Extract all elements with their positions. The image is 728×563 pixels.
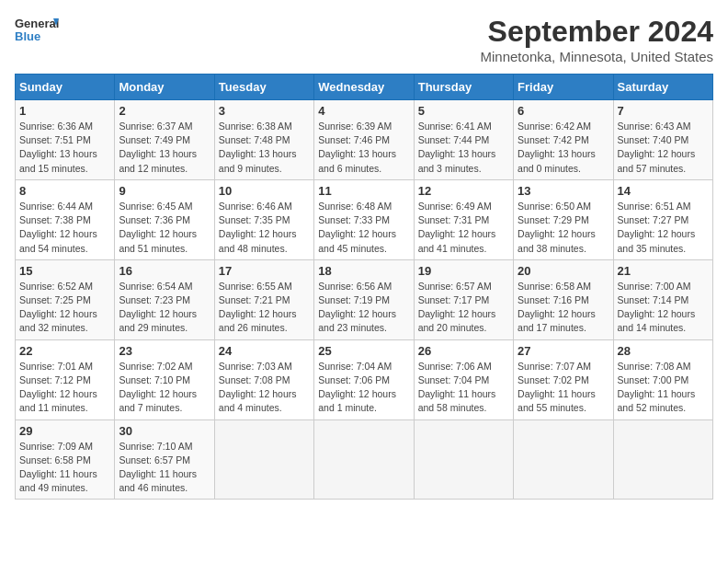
- day-cell: 25 Sunrise: 7:04 AMSunset: 7:06 PMDaylig…: [314, 339, 414, 419]
- day-detail: Sunrise: 7:10 AMSunset: 6:57 PMDaylight:…: [119, 440, 210, 496]
- day-number: 23: [119, 344, 210, 358]
- day-detail: Sunrise: 6:58 AMSunset: 7:16 PMDaylight:…: [518, 280, 609, 336]
- day-detail: Sunrise: 6:56 AMSunset: 7:19 PMDaylight:…: [318, 280, 409, 336]
- day-cell: 13 Sunrise: 6:50 AMSunset: 7:29 PMDaylig…: [514, 179, 613, 259]
- day-cell: 20 Sunrise: 6:58 AMSunset: 7:16 PMDaylig…: [514, 259, 613, 339]
- day-number: 28: [618, 344, 709, 358]
- day-detail: Sunrise: 6:45 AMSunset: 7:36 PMDaylight:…: [119, 200, 210, 256]
- day-number: 29: [19, 424, 110, 438]
- week-row-1: 1 Sunrise: 6:36 AMSunset: 7:51 PMDayligh…: [16, 100, 713, 180]
- day-cell: 16 Sunrise: 6:54 AMSunset: 7:23 PMDaylig…: [115, 259, 214, 339]
- day-cell: 27 Sunrise: 7:07 AMSunset: 7:02 PMDaylig…: [514, 339, 613, 419]
- day-cell: 22 Sunrise: 7:01 AMSunset: 7:12 PMDaylig…: [16, 339, 115, 419]
- month-title: September 2024: [481, 15, 713, 49]
- day-cell: 2 Sunrise: 6:37 AMSunset: 7:49 PMDayligh…: [115, 100, 214, 180]
- day-cell: 19 Sunrise: 6:57 AMSunset: 7:17 PMDaylig…: [414, 259, 513, 339]
- day-cell: 4 Sunrise: 6:39 AMSunset: 7:46 PMDayligh…: [314, 100, 414, 180]
- day-cell: 11 Sunrise: 6:48 AMSunset: 7:33 PMDaylig…: [314, 179, 414, 259]
- day-detail: Sunrise: 7:07 AMSunset: 7:02 PMDaylight:…: [518, 360, 609, 416]
- day-cell: 6 Sunrise: 6:42 AMSunset: 7:42 PMDayligh…: [514, 100, 613, 180]
- day-number: 2: [119, 104, 210, 118]
- day-cell: [314, 419, 414, 500]
- day-cell: 9 Sunrise: 6:45 AMSunset: 7:36 PMDayligh…: [115, 179, 214, 259]
- day-number: 3: [219, 104, 310, 118]
- day-cell: 26 Sunrise: 7:06 AMSunset: 7:04 PMDaylig…: [414, 339, 513, 419]
- day-cell: 23 Sunrise: 7:02 AMSunset: 7:10 PMDaylig…: [115, 339, 214, 419]
- day-cell: 8 Sunrise: 6:44 AMSunset: 7:38 PMDayligh…: [16, 179, 115, 259]
- header: General Blue September 2024 Minnetonka, …: [15, 15, 713, 64]
- day-detail: Sunrise: 6:52 AMSunset: 7:25 PMDaylight:…: [19, 280, 110, 336]
- day-detail: Sunrise: 6:55 AMSunset: 7:21 PMDaylight:…: [219, 280, 310, 336]
- weekday-header-wednesday: Wednesday: [314, 75, 414, 100]
- day-number: 6: [518, 104, 609, 118]
- day-number: 24: [219, 344, 310, 358]
- week-row-2: 8 Sunrise: 6:44 AMSunset: 7:38 PMDayligh…: [16, 179, 713, 259]
- day-number: 21: [618, 264, 709, 278]
- day-number: 22: [19, 344, 110, 358]
- calendar-table: SundayMondayTuesdayWednesdayThursdayFrid…: [15, 74, 713, 500]
- day-cell: 24 Sunrise: 7:03 AMSunset: 7:08 PMDaylig…: [214, 339, 313, 419]
- day-cell: 21 Sunrise: 7:00 AMSunset: 7:14 PMDaylig…: [613, 259, 712, 339]
- day-detail: Sunrise: 7:04 AMSunset: 7:06 PMDaylight:…: [318, 360, 409, 416]
- day-detail: Sunrise: 6:44 AMSunset: 7:38 PMDaylight:…: [19, 200, 110, 256]
- day-number: 5: [418, 104, 509, 118]
- day-detail: Sunrise: 7:02 AMSunset: 7:10 PMDaylight:…: [119, 360, 210, 416]
- day-cell: 15 Sunrise: 6:52 AMSunset: 7:25 PMDaylig…: [16, 259, 115, 339]
- day-number: 7: [618, 104, 709, 118]
- week-row-5: 29 Sunrise: 7:09 AMSunset: 6:58 PMDaylig…: [16, 419, 713, 500]
- day-detail: Sunrise: 6:50 AMSunset: 7:29 PMDaylight:…: [518, 200, 609, 256]
- day-detail: Sunrise: 6:37 AMSunset: 7:49 PMDaylight:…: [119, 120, 210, 176]
- day-number: 9: [119, 184, 210, 198]
- day-cell: 7 Sunrise: 6:43 AMSunset: 7:40 PMDayligh…: [613, 100, 712, 180]
- weekday-header-thursday: Thursday: [414, 75, 513, 100]
- day-cell: 5 Sunrise: 6:41 AMSunset: 7:44 PMDayligh…: [414, 100, 513, 180]
- week-row-4: 22 Sunrise: 7:01 AMSunset: 7:12 PMDaylig…: [16, 339, 713, 419]
- day-cell: [613, 419, 712, 500]
- weekday-header-tuesday: Tuesday: [214, 75, 313, 100]
- weekday-header-sunday: Sunday: [16, 75, 115, 100]
- day-detail: Sunrise: 6:54 AMSunset: 7:23 PMDaylight:…: [119, 280, 210, 336]
- day-number: 11: [318, 184, 409, 198]
- day-detail: Sunrise: 7:03 AMSunset: 7:08 PMDaylight:…: [219, 360, 310, 416]
- day-number: 10: [219, 184, 310, 198]
- weekday-header-row: SundayMondayTuesdayWednesdayThursdayFrid…: [16, 75, 713, 100]
- day-cell: [514, 419, 613, 500]
- day-cell: 10 Sunrise: 6:46 AMSunset: 7:35 PMDaylig…: [214, 179, 313, 259]
- day-number: 1: [19, 104, 110, 118]
- day-detail: Sunrise: 6:57 AMSunset: 7:17 PMDaylight:…: [418, 280, 509, 336]
- day-number: 14: [618, 184, 709, 198]
- logo-svg: General Blue: [15, 15, 59, 48]
- weekday-header-monday: Monday: [115, 75, 214, 100]
- day-number: 30: [119, 424, 210, 438]
- day-number: 20: [518, 264, 609, 278]
- week-row-3: 15 Sunrise: 6:52 AMSunset: 7:25 PMDaylig…: [16, 259, 713, 339]
- day-number: 13: [518, 184, 609, 198]
- day-detail: Sunrise: 7:01 AMSunset: 7:12 PMDaylight:…: [19, 360, 110, 416]
- day-number: 12: [418, 184, 509, 198]
- day-number: 19: [418, 264, 509, 278]
- day-number: 18: [318, 264, 409, 278]
- day-cell: 17 Sunrise: 6:55 AMSunset: 7:21 PMDaylig…: [214, 259, 313, 339]
- logo: General Blue: [15, 15, 59, 48]
- day-number: 4: [318, 104, 409, 118]
- day-cell: 28 Sunrise: 7:08 AMSunset: 7:00 PMDaylig…: [613, 339, 712, 419]
- day-detail: Sunrise: 6:43 AMSunset: 7:40 PMDaylight:…: [618, 120, 709, 176]
- day-detail: Sunrise: 7:08 AMSunset: 7:00 PMDaylight:…: [618, 360, 709, 416]
- svg-text:General: General: [15, 17, 59, 30]
- day-cell: 29 Sunrise: 7:09 AMSunset: 6:58 PMDaylig…: [16, 419, 115, 500]
- day-number: 27: [518, 344, 609, 358]
- day-detail: Sunrise: 7:06 AMSunset: 7:04 PMDaylight:…: [418, 360, 509, 416]
- location: Minnetonka, Minnesota, United States: [481, 49, 713, 64]
- day-detail: Sunrise: 6:49 AMSunset: 7:31 PMDaylight:…: [418, 200, 509, 256]
- day-number: 8: [19, 184, 110, 198]
- day-cell: [414, 419, 513, 500]
- weekday-header-saturday: Saturday: [613, 75, 712, 100]
- day-detail: Sunrise: 6:39 AMSunset: 7:46 PMDaylight:…: [318, 120, 409, 176]
- day-cell: [214, 419, 313, 500]
- day-cell: 18 Sunrise: 6:56 AMSunset: 7:19 PMDaylig…: [314, 259, 414, 339]
- day-cell: 3 Sunrise: 6:38 AMSunset: 7:48 PMDayligh…: [214, 100, 313, 180]
- day-detail: Sunrise: 6:36 AMSunset: 7:51 PMDaylight:…: [19, 120, 110, 176]
- day-number: 16: [119, 264, 210, 278]
- day-cell: 30 Sunrise: 7:10 AMSunset: 6:57 PMDaylig…: [115, 419, 214, 500]
- day-detail: Sunrise: 6:38 AMSunset: 7:48 PMDaylight:…: [219, 120, 310, 176]
